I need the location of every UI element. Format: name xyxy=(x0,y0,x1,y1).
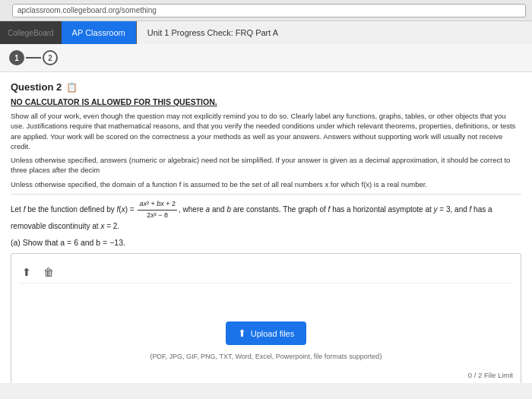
logo-tab-label: CollegeBoard xyxy=(8,29,54,37)
upload-center: ⬆ Upload files (PDF, JPG, GIF, PNG, TXT,… xyxy=(19,306,513,368)
page-title: Unit 1 Progress Check: FRQ Part A xyxy=(137,21,532,44)
browser-bar: apclassroom.collegeboard.org/something xyxy=(0,0,532,21)
main-content: Question 2 📋 NO CALCULATOR IS ALLOWED FO… xyxy=(0,72,532,383)
file-limit: 0 / 2 File Limit xyxy=(19,371,513,379)
step-1[interactable]: 1 xyxy=(9,50,24,65)
part-a-text: (a) Show that a = 6 and b = −13. xyxy=(11,238,125,247)
clipboard-icon: 📋 xyxy=(66,82,78,93)
function-definition: Let f be the function defined by f(x) = … xyxy=(11,199,521,232)
upload-button-label: Upload files xyxy=(251,329,294,338)
page-title-text: Unit 1 Progress Check: FRQ Part A xyxy=(147,28,278,37)
divider xyxy=(11,194,521,195)
instruction-3: Unless otherwise specified, the domain o… xyxy=(11,179,521,189)
collegeboard-logo-tab[interactable]: CollegeBoard xyxy=(0,21,62,44)
trash-icon: 🗑 xyxy=(43,266,54,278)
step-2[interactable]: 2 xyxy=(43,50,58,65)
no-calculator-notice: NO CALCULATOR IS ALLOWED FOR THIS QUESTI… xyxy=(11,97,521,106)
upload-icon-button[interactable]: ⬆ xyxy=(19,264,34,280)
nav-tabs: CollegeBoard AP Classroom Unit 1 Progres… xyxy=(0,21,532,44)
step-line xyxy=(26,57,41,59)
upload-files-button[interactable]: ⬆ Upload files xyxy=(226,321,306,345)
ap-classroom-label: AP Classroom xyxy=(72,28,125,37)
question-number: Question 2 xyxy=(11,81,62,93)
ap-classroom-tab[interactable]: AP Classroom xyxy=(62,21,137,44)
file-formats-text: (PDF, JPG, GIF, PNG, TXT, Word, Excel, P… xyxy=(150,353,382,360)
upload-toolbar: ⬆ 🗑 xyxy=(19,261,513,283)
trash-icon-button[interactable]: 🗑 xyxy=(40,264,57,280)
step-indicator: 1 2 xyxy=(0,44,532,72)
upload-arrow-icon: ⬆ xyxy=(238,328,246,339)
upload-area: ⬆ 🗑 ⬆ Upload files (PDF, JPG, GIF, PNG, … xyxy=(11,253,521,383)
url-bar[interactable]: apclassroom.collegeboard.org/something xyxy=(12,4,526,17)
part-a-label: (a) Show that a = 6 and b = −13. xyxy=(11,238,521,247)
question-header: Question 2 📋 xyxy=(11,81,521,93)
instruction-2: Unless otherwise specified, answers (num… xyxy=(11,155,521,176)
upload-small-icon: ⬆ xyxy=(22,266,31,278)
url-text: apclassroom.collegeboard.org/something xyxy=(17,6,157,14)
instruction-1: Show all of your work, even though the q… xyxy=(11,111,521,151)
